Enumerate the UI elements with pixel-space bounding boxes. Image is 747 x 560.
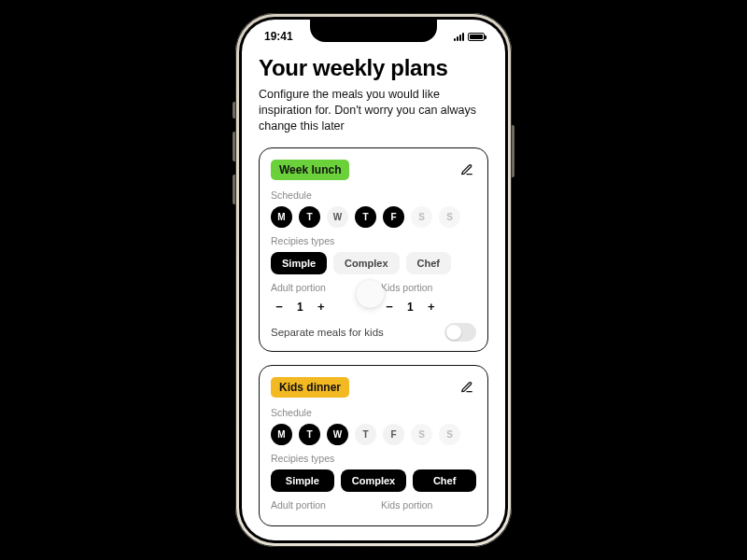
- day-wed[interactable]: W: [327, 424, 348, 445]
- notch: [310, 20, 437, 42]
- kids-minus[interactable]: −: [381, 299, 398, 315]
- recipe-type-pills: Simple Complex Chef: [271, 469, 476, 492]
- schedule-label: Schedule: [271, 189, 476, 201]
- recipe-complex[interactable]: Complex: [333, 252, 399, 274]
- day-fri[interactable]: F: [383, 206, 404, 228]
- adult-portion-label: Adult portion: [271, 282, 366, 293]
- kids-portion-label: Kids portion: [381, 282, 476, 293]
- screen: 19:41 Your weekly plans Configure the me…: [242, 20, 505, 540]
- battery-icon: [468, 33, 485, 41]
- edit-icon[interactable]: [458, 161, 476, 179]
- day-sun[interactable]: S: [439, 424, 460, 445]
- adult-portion-label: Adult portion: [271, 499, 366, 511]
- schedule-days: M T W T F S S: [271, 206, 476, 228]
- plan-card-week-lunch: Week lunch Schedule M T W T F: [259, 147, 488, 352]
- plan-tag: Kids dinner: [271, 377, 349, 398]
- recipe-chef[interactable]: Chef: [406, 252, 451, 274]
- day-thu[interactable]: T: [355, 424, 376, 445]
- day-sun[interactable]: S: [439, 206, 460, 228]
- recipe-simple[interactable]: Simple: [271, 252, 327, 274]
- phone-frame: 19:41 Your weekly plans Configure the me…: [235, 13, 512, 547]
- page-subtitle: Configure the meals you would like inspi…: [259, 87, 488, 134]
- adult-minus[interactable]: −: [271, 299, 288, 315]
- side-button-power: [512, 125, 514, 177]
- cellular-icon: [454, 32, 464, 41]
- kids-plus[interactable]: +: [423, 299, 440, 315]
- day-thu[interactable]: T: [355, 206, 376, 228]
- day-mon[interactable]: M: [271, 206, 292, 228]
- recipe-types-label: Recipies types: [271, 235, 476, 246]
- recipe-simple[interactable]: Simple: [271, 469, 334, 492]
- portion-knob[interactable]: [356, 280, 384, 308]
- adult-stepper: − 1 +: [271, 299, 366, 315]
- kids-portion-label: Kids portion: [381, 499, 476, 511]
- side-buttons-left: [233, 102, 235, 217]
- kids-value: 1: [407, 301, 414, 314]
- adult-value: 1: [297, 301, 303, 314]
- recipe-complex[interactable]: Complex: [341, 469, 406, 492]
- day-tue[interactable]: T: [299, 206, 320, 228]
- schedule-label: Schedule: [271, 407, 476, 418]
- separate-meals-toggle[interactable]: [444, 323, 476, 342]
- day-tue[interactable]: T: [299, 424, 320, 445]
- plan-tag: Week lunch: [271, 160, 349, 180]
- plan-card-kids-dinner: Kids dinner Schedule M T W T F: [259, 365, 488, 526]
- recipe-types-label: Recipies types: [271, 453, 476, 464]
- day-fri[interactable]: F: [383, 424, 404, 445]
- separate-meals-label: Separate meals for kids: [271, 327, 384, 338]
- day-mon[interactable]: M: [271, 424, 292, 445]
- status-time: 19:41: [264, 30, 293, 43]
- recipe-type-pills: Simple Complex Chef: [271, 252, 476, 274]
- adult-plus[interactable]: +: [313, 299, 330, 315]
- edit-icon[interactable]: [458, 378, 476, 397]
- page-title: Your weekly plans: [259, 55, 488, 81]
- day-sat[interactable]: S: [411, 424, 432, 445]
- schedule-days: M T W T F S S: [271, 424, 476, 445]
- recipe-chef[interactable]: Chef: [413, 469, 476, 492]
- day-sat[interactable]: S: [411, 206, 432, 228]
- kids-stepper: − 1 +: [381, 299, 476, 315]
- day-wed[interactable]: W: [327, 206, 348, 228]
